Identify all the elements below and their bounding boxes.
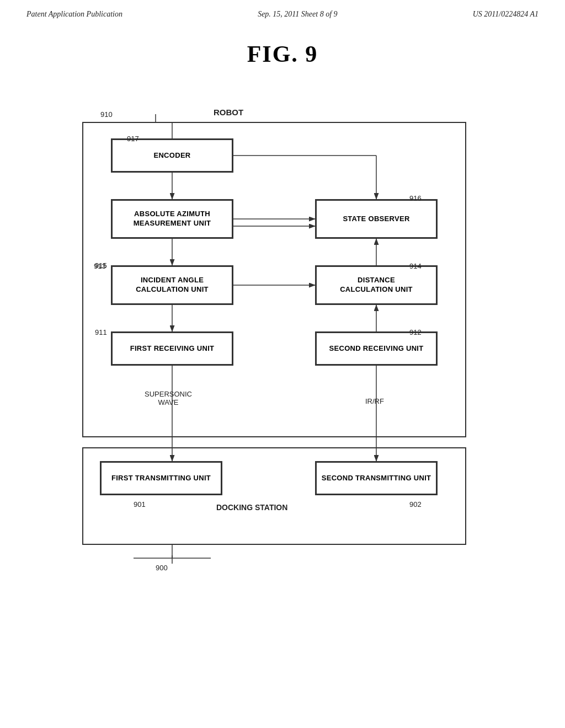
robot-label: ROBOT (214, 108, 243, 117)
second-receiving-label: SECOND RECEIVING UNIT (329, 344, 424, 354)
encoder-box: ENCODER (111, 139, 233, 172)
num-913: 913 (94, 262, 106, 270)
num-912: 912 (409, 328, 422, 336)
figure-title: FIG. 9 (0, 41, 565, 67)
first-receiving-box: FIRST RECEIVING UNIT (111, 332, 233, 365)
header-right: US 2011/0224824 A1 (473, 10, 539, 19)
num-910: 910 (100, 110, 113, 119)
distance-calc-box: DISTANCE CALCULATION UNIT (316, 266, 437, 304)
page-header: Patent Application Publication Sep. 15, … (0, 0, 565, 19)
encoder-label: ENCODER (153, 151, 190, 160)
docking-label: DOCKING STATION (216, 503, 287, 512)
header-center: Sep. 15, 2011 Sheet 8 of 9 (258, 10, 337, 19)
second-transmitting-box: SECOND TRANSMITTING UNIT (316, 462, 437, 495)
incident-angle-label: INCIDENT ANGLE CALCULATION UNIT (136, 276, 209, 295)
absolute-azimuth-label: ABSOLUTE AZIMUTH MEASUREMENT UNIT (134, 210, 211, 228)
first-receiving-label: FIRST RECEIVING UNIT (130, 344, 215, 354)
num-911: 911 (95, 328, 107, 336)
first-transmitting-label: FIRST TRANSMITTING UNIT (111, 474, 211, 483)
absolute-azimuth-box: ABSOLUTE AZIMUTH MEASUREMENT UNIT (111, 200, 233, 238)
distance-calc-label: DISTANCE CALCULATION UNIT (340, 276, 413, 295)
second-receiving-box: SECOND RECEIVING UNIT (316, 332, 437, 365)
incident-angle-box: INCIDENT ANGLE CALCULATION UNIT (111, 266, 233, 304)
first-transmitting-box: FIRST TRANSMITTING UNIT (100, 462, 222, 495)
state-observer-label: STATE OBSERVER (343, 215, 409, 224)
num-914: 914 (409, 262, 422, 270)
supersonic-label: SUPERSONIC WAVE (145, 390, 192, 406)
num-917: 917 (127, 135, 139, 143)
num-916: 916 (409, 194, 422, 202)
irrf-label: IR/RF (365, 397, 384, 405)
num-900: 900 (156, 564, 168, 572)
num-901: 901 (134, 500, 146, 508)
second-transmitting-label: SECOND TRANSMITTING UNIT (322, 474, 431, 483)
num-902: 902 (409, 500, 422, 508)
header-left: Patent Application Publication (26, 10, 122, 19)
state-observer-box: STATE OBSERVER (316, 200, 437, 238)
